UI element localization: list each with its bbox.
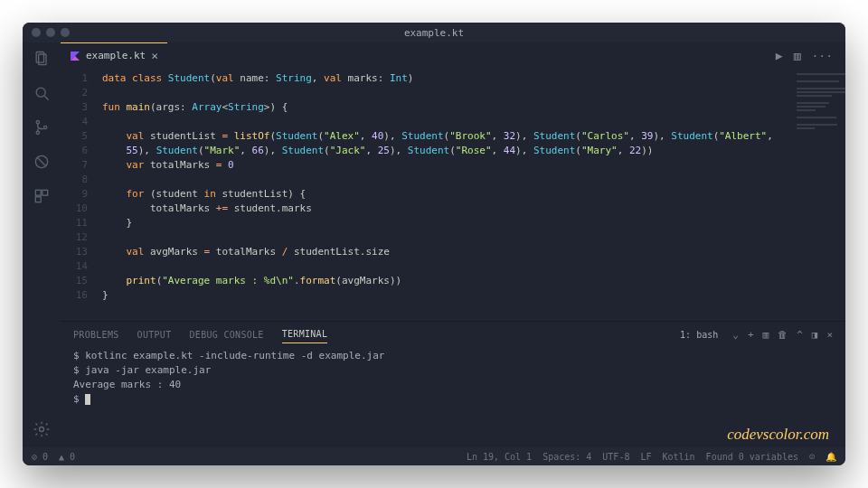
status-warnings[interactable]: ▲ 0: [59, 452, 75, 462]
panel-actions: 1: bash ⌄ + ▥ 🗑 ^ ◨ ×: [680, 329, 833, 341]
svg-rect-1: [39, 54, 46, 65]
panel-tab-bar: PROBLEMSOUTPUTDEBUG CONSOLETERMINAL 1: b…: [61, 322, 845, 347]
titlebar: example.kt: [23, 23, 845, 42]
editor-body[interactable]: 12345678910111213141516 data class Stude…: [61, 68, 845, 321]
panel-tab-debug-console[interactable]: DEBUG CONSOLE: [190, 330, 264, 340]
kill-terminal-icon[interactable]: 🗑: [778, 329, 788, 341]
kotlin-file-icon: [70, 51, 80, 61]
panel-tab-problems[interactable]: PROBLEMS: [73, 330, 119, 340]
status-language[interactable]: Kotlin: [662, 452, 694, 462]
split-terminal-icon[interactable]: ▥: [763, 329, 769, 341]
panel-tab-output[interactable]: OUTPUT: [137, 330, 172, 340]
settings-gear-icon[interactable]: [33, 420, 51, 438]
panel-tab-terminal[interactable]: TERMINAL: [282, 329, 328, 343]
explorer-icon[interactable]: [33, 50, 51, 68]
status-variables[interactable]: Found 0 variables: [706, 452, 798, 462]
tab-bar: example.kt × ▶ ▥ ···: [61, 42, 845, 68]
svg-rect-11: [35, 197, 41, 202]
svg-point-4: [36, 121, 39, 124]
extensions-icon[interactable]: [33, 187, 51, 205]
watermark: codevscolor.com: [727, 426, 829, 444]
status-eol[interactable]: LF: [640, 452, 651, 462]
editor-area: example.kt × ▶ ▥ ··· 1234567891011121314…: [61, 42, 845, 447]
debug-icon[interactable]: [33, 153, 51, 171]
close-panel-icon[interactable]: ×: [826, 329, 833, 341]
terminal-dropdown[interactable]: 1: bash: [680, 330, 723, 340]
maximize-panel-icon[interactable]: ^: [797, 329, 803, 341]
editor-window: example.kt example.kt × ▶ ▥ ···: [23, 23, 845, 465]
split-editor-icon[interactable]: ▥: [794, 49, 801, 62]
source-control-icon[interactable]: [33, 118, 51, 136]
svg-line-8: [37, 157, 46, 166]
status-feedback-icon[interactable]: ☺: [809, 452, 815, 462]
line-gutter: 12345678910111213141516: [61, 68, 97, 321]
panel-layout-icon[interactable]: ◨: [812, 329, 818, 341]
status-errors[interactable]: ⊘ 0: [32, 452, 48, 462]
run-button[interactable]: ▶: [776, 49, 783, 62]
svg-rect-9: [35, 190, 41, 195]
main-area: example.kt × ▶ ▥ ··· 1234567891011121314…: [23, 42, 845, 447]
svg-point-2: [36, 88, 45, 97]
code-content[interactable]: data class Student(val name: String, val…: [97, 68, 791, 321]
activity-bar: [23, 42, 61, 447]
svg-rect-0: [36, 52, 43, 63]
editor-actions: ▶ ▥ ···: [776, 49, 845, 62]
svg-point-5: [36, 131, 39, 134]
svg-point-6: [44, 126, 47, 128]
tab-label: example.kt: [86, 50, 146, 61]
status-indentation[interactable]: Spaces: 4: [542, 452, 591, 462]
status-bar: ⊘ 0 ▲ 0 Ln 19, Col 1 Spaces: 4 UTF-8 LF …: [23, 447, 845, 465]
status-encoding[interactable]: UTF-8: [602, 452, 629, 462]
dropdown-caret-icon[interactable]: ⌄: [732, 329, 739, 341]
search-icon[interactable]: [33, 84, 51, 102]
more-actions-icon[interactable]: ···: [812, 49, 833, 62]
minimap[interactable]: [791, 68, 845, 321]
file-tab[interactable]: example.kt ×: [61, 42, 167, 68]
tab-close-icon[interactable]: ×: [151, 49, 158, 62]
svg-line-3: [44, 96, 48, 99]
window-title: example.kt: [23, 27, 845, 39]
new-terminal-icon[interactable]: +: [748, 329, 754, 341]
svg-point-12: [40, 427, 44, 432]
status-bell-icon[interactable]: 🔔: [826, 452, 836, 462]
svg-rect-10: [42, 190, 48, 195]
status-cursor-pos[interactable]: Ln 19, Col 1: [467, 452, 532, 462]
